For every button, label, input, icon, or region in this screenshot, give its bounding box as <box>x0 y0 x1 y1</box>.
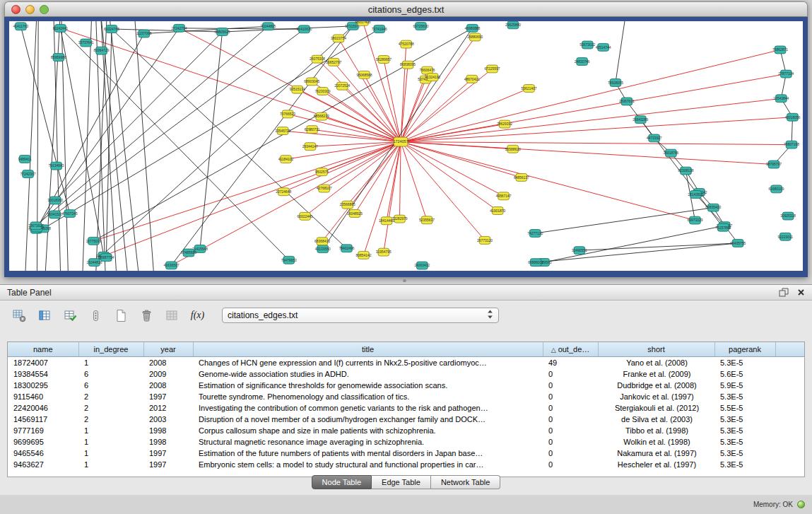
graph-node[interactable]: 77242307 <box>20 170 36 178</box>
graph-node[interactable]: 76230309 <box>314 88 330 95</box>
graph-node[interactable]: 41901870 <box>490 207 505 215</box>
graph-node[interactable]: 28367631 <box>619 98 635 105</box>
graph-node[interactable]: 27877104 <box>778 70 794 78</box>
table-mode-icon[interactable] <box>10 306 29 325</box>
graph-node[interactable]: 1724057 <box>394 137 408 146</box>
tab-node-table[interactable]: Node Table <box>312 475 372 489</box>
graph-node[interactable]: 30925318 <box>780 212 796 220</box>
graph-node[interactable]: 29625880 <box>505 21 521 29</box>
graph-node[interactable]: 9502575 <box>315 168 329 176</box>
split-handle[interactable] <box>0 277 812 284</box>
graph-node[interactable]: 78402496 <box>339 245 355 252</box>
window-titlebar[interactable]: citations_edges.txt <box>4 1 808 17</box>
show-columns-icon[interactable] <box>35 306 54 325</box>
table-selector-dropdown[interactable]: citations_edges.txt <box>222 308 499 323</box>
graph-node[interactable]: 16775039 <box>86 237 101 245</box>
graph-node[interactable]: 43133550 <box>315 245 331 253</box>
graph-node[interactable]: 76862871 <box>772 46 788 54</box>
graph-node[interactable]: 84856137 <box>514 173 529 181</box>
graph-node[interactable]: 76807168 <box>784 141 799 148</box>
graph-node[interactable]: 69324765 <box>104 25 119 33</box>
graph-node[interactable]: 83364729 <box>94 47 110 54</box>
graph-node[interactable]: 80854142 <box>356 251 372 259</box>
graph-node[interactable]: 43018056 <box>784 113 800 121</box>
graph-node[interactable]: 55588620 <box>505 145 521 153</box>
graph-node[interactable]: 87485683 <box>181 249 196 257</box>
graph-node[interactable]: 73741946 <box>372 25 387 33</box>
table-row[interactable]: 1456911722003Disruption of a novel membe… <box>8 414 804 425</box>
graph-node[interactable]: 82835403 <box>705 204 721 211</box>
tab-network-table[interactable]: Network Table <box>431 475 501 489</box>
graph-node[interactable]: 78928055 <box>608 79 623 87</box>
graph-node[interactable]: 23566865 <box>340 201 355 209</box>
graph-node[interactable]: 61680109 <box>769 185 784 193</box>
graph-node[interactable]: 98795797 <box>766 160 782 168</box>
column-header-name[interactable]: name <box>8 342 78 356</box>
graph-node[interactable]: 81142441 <box>53 24 69 32</box>
table-row[interactable]: 977716911998Corpus callosum shape and si… <box>8 425 804 436</box>
function-builder-icon[interactable]: f(x) <box>188 306 207 325</box>
graph-node[interactable]: 79479653 <box>281 256 297 264</box>
graph-node[interactable]: 68903045 <box>304 78 319 86</box>
graph-node[interactable]: 46980888 <box>464 24 480 32</box>
graph-node[interactable]: 56652797 <box>326 58 341 66</box>
graph-node[interactable]: 41184102 <box>278 156 294 163</box>
table-row[interactable]: 1830029562008Estimation of significance … <box>8 380 804 391</box>
graph-node[interactable]: 26880690 <box>467 33 483 41</box>
graph-node[interactable]: 43514744 <box>596 43 611 51</box>
graph-node[interactable]: 69435755 <box>730 239 746 247</box>
graph-node[interactable]: 33671627 <box>28 222 44 230</box>
network-canvas[interactable]: 4141176381142441693247651123706827242794… <box>9 21 803 271</box>
graph-node[interactable]: 60725630 <box>413 22 429 30</box>
table-row[interactable]: 1872400712008Changes of HCN gene express… <box>8 356 804 368</box>
close-window-button[interactable] <box>11 5 20 14</box>
import-table-icon[interactable] <box>163 306 182 325</box>
graph-node[interactable]: 33545729 <box>275 127 290 135</box>
new-column-icon[interactable] <box>61 306 80 325</box>
graph-node[interactable]: 9489411 <box>18 155 32 163</box>
graph-node[interactable]: 67225597 <box>485 65 500 73</box>
graph-node[interactable]: 36018766 <box>663 149 678 157</box>
graph-node[interactable]: 24063432 <box>414 262 430 269</box>
graph-node[interactable]: 85959986 <box>51 54 66 62</box>
table-row[interactable]: 1938455462009Genome-wide association stu… <box>8 368 804 380</box>
graph-node[interactable]: 56289957 <box>376 56 392 64</box>
graph-node[interactable]: 47520788 <box>399 40 414 48</box>
graph-node[interactable]: 24830746 <box>575 58 590 66</box>
column-header-title[interactable]: title <box>193 342 543 356</box>
graph-node[interactable]: 31954795 <box>376 248 392 256</box>
graph-node[interactable]: 70244805 <box>260 23 276 30</box>
graph-node[interactable]: 41411763 <box>13 23 29 30</box>
graph-node[interactable]: 26143822 <box>688 191 704 199</box>
graph-node[interactable]: 20724648 <box>276 188 291 196</box>
minimize-window-button[interactable] <box>25 5 35 14</box>
zoom-window-button[interactable] <box>40 5 49 14</box>
graph-node[interactable]: 88568239 <box>314 112 329 120</box>
graph-node[interactable]: 93515134 <box>290 86 305 93</box>
graph-node[interactable]: 96341520 <box>47 211 63 218</box>
graph-node[interactable]: 92223011 <box>777 233 793 240</box>
graph-node[interactable]: 13543844 <box>773 95 789 103</box>
graph-node[interactable]: 29344147 <box>302 143 318 151</box>
graph-node[interactable]: 52355637 <box>419 216 435 224</box>
graph-node[interactable]: 66886002 <box>528 259 543 267</box>
graph-node[interactable]: 44733927 <box>647 134 662 142</box>
column-header-short[interactable]: short <box>598 342 714 356</box>
row-options-icon[interactable] <box>86 306 105 325</box>
graph-node[interactable]: 68805625 <box>215 28 230 36</box>
graph-node[interactable]: 68368413 <box>314 238 330 245</box>
graph-node[interactable]: 74277130 <box>527 229 543 237</box>
graph-node[interactable]: 91410630 <box>296 25 312 33</box>
graph-node[interactable]: 18414460 <box>379 217 394 225</box>
column-header-year[interactable]: year <box>143 342 193 356</box>
table-row[interactable]: 2242004622012Investigating the contribut… <box>8 402 804 414</box>
graph-node[interactable]: 47607245 <box>62 210 78 218</box>
graph-node[interactable]: 41324192 <box>425 74 440 81</box>
graph-node[interactable]: 55017408 <box>355 21 370 25</box>
table-row[interactable]: 969969511998Structural magnetic resonanc… <box>8 436 804 448</box>
delete-table-icon[interactable] <box>137 306 156 325</box>
graph-node[interactable]: 11237068 <box>136 30 152 37</box>
graph-node[interactable]: 27242794 <box>172 24 187 32</box>
table-row[interactable]: 911546021997Tourette syndrome. Phenomeno… <box>8 391 804 402</box>
graph-node[interactable]: 70766523 <box>280 110 295 118</box>
